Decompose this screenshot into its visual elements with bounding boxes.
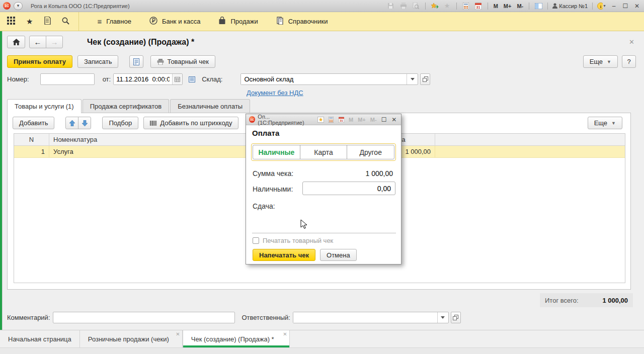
tab-close-icon[interactable]: ✕ <box>283 331 287 337</box>
wtab-check-creation[interactable]: Чек (создание) (Продажа) *✕ <box>183 330 290 347</box>
number-input[interactable] <box>40 73 95 85</box>
split-window-icon[interactable] <box>534 2 543 10</box>
comment-input[interactable] <box>53 312 235 323</box>
tab-cashless[interactable]: Безналичные оплаты <box>170 99 250 113</box>
printer-icon <box>157 59 164 65</box>
date-picker-button[interactable] <box>172 74 182 84</box>
list-icon[interactable] <box>187 73 197 85</box>
forward-button[interactable]: → <box>46 36 63 48</box>
mouse-cursor <box>300 219 307 229</box>
payment-tab-cash[interactable]: Наличные <box>253 145 300 159</box>
responsible-open-icon[interactable] <box>451 312 461 323</box>
history-icon[interactable] <box>44 17 51 26</box>
apps-grid-icon[interactable] <box>7 17 15 26</box>
payment-tab-card[interactable]: Карта <box>300 145 348 159</box>
check-sum-label: Сумма чека: <box>253 169 293 178</box>
print-preview-icon[interactable] <box>412 2 421 10</box>
dialog-maximize-button[interactable]: ☐ <box>380 116 388 124</box>
cancel-button[interactable]: Отмена <box>320 249 357 261</box>
main-menu-caret-button[interactable]: ▼ <box>14 2 23 10</box>
cell-empty <box>435 146 625 157</box>
menu-item-main[interactable]: ≡ Главное <box>97 17 131 26</box>
pick-button[interactable]: Подбор <box>102 117 138 129</box>
ruble-icon <box>149 17 157 26</box>
payment-dialog: 1С Оп... (1С:Предприятие) 31 M M+ M- ☐ ✕… <box>246 114 401 264</box>
accept-payment-button[interactable]: Принять оплату <box>7 55 72 68</box>
up-arrow-icon <box>69 120 75 126</box>
favorites-menu-icon[interactable]: ★ <box>26 17 33 26</box>
warehouse-open-icon[interactable] <box>420 73 430 85</box>
favorites-icon[interactable]: ★ <box>443 2 452 10</box>
payment-tab-other[interactable]: Другое <box>347 145 394 159</box>
vat-document-link[interactable]: Документ без НДС <box>247 89 303 97</box>
wtab-retail-sales[interactable]: Розничные продажи (чеки)✕ <box>80 330 183 347</box>
titlebar-separator <box>425 3 426 10</box>
current-user: Кассир №1 <box>552 3 588 9</box>
dialog-memory-plus-button[interactable]: M+ <box>357 117 367 123</box>
tab-goods-services[interactable]: Товары и услуги (1) <box>7 99 82 113</box>
move-up-button[interactable] <box>65 117 78 129</box>
bag-icon <box>218 17 226 26</box>
tab-close-icon[interactable]: ✕ <box>176 331 180 337</box>
col-header-empty <box>435 134 625 145</box>
cell-n[interactable]: 1 <box>14 146 49 157</box>
warehouse-label: Склад: <box>202 75 222 83</box>
col-header-n[interactable]: N <box>14 134 49 145</box>
maximize-button[interactable]: ☐ <box>621 2 629 10</box>
form-close-icon[interactable]: ✕ <box>629 38 634 46</box>
calculator-icon[interactable] <box>461 2 470 10</box>
total-box: Итог всего: 1 000,00 <box>540 293 633 307</box>
goods-receipt-button[interactable]: Товарный чек <box>150 55 215 68</box>
dialog-close-button[interactable]: ✕ <box>390 116 398 124</box>
warehouse-dropdown-button[interactable] <box>407 74 418 84</box>
dialog-favorite-icon[interactable] <box>317 116 325 123</box>
back-button[interactable]: ← <box>29 36 46 48</box>
date-input[interactable] <box>114 74 172 84</box>
dialog-memory-recall-button[interactable]: M <box>348 117 354 123</box>
responsible-input[interactable] <box>293 312 437 323</box>
calendar-icon[interactable]: 31 <box>474 2 483 10</box>
tab-certificates[interactable]: Продажа сертификатов <box>83 99 170 113</box>
table-more-button[interactable]: Еще▼ <box>588 117 622 129</box>
dialog-title: Оп... (1С:Предприятие) <box>258 114 314 126</box>
total-value: 1 000,00 <box>602 297 628 304</box>
add-by-barcode-button[interactable]: Добавить по штрихкоду <box>143 117 238 129</box>
main-menubar: ★ ≡ Главное Банк и касса Продажи Справоч… <box>0 12 644 31</box>
move-down-button[interactable] <box>78 117 91 129</box>
wtab-start-page[interactable]: Начальная страница <box>0 330 80 347</box>
dialog-titlebar: 1С Оп... (1С:Предприятие) 31 M M+ M- ☐ ✕ <box>246 114 401 125</box>
add-favorite-icon[interactable] <box>430 2 439 10</box>
memory-recall-button[interactable]: M <box>493 3 499 9</box>
save-button[interactable]: Записать <box>77 55 119 68</box>
print-icon[interactable] <box>399 2 408 10</box>
titlebar-separator <box>529 3 529 10</box>
save-icon[interactable] <box>386 2 395 10</box>
1c-logo-icon: 1С <box>3 2 11 10</box>
add-row-button[interactable]: Добавить <box>13 117 54 129</box>
menu-item-catalogs[interactable]: Справочники <box>276 17 328 26</box>
form-more-button[interactable]: Еще▼ <box>583 55 618 68</box>
info-icon[interactable]: i▼ <box>597 2 606 10</box>
dialog-calendar-icon[interactable]: 31 <box>338 116 345 123</box>
down-arrow-icon <box>82 120 88 126</box>
date-label: от: <box>103 75 111 83</box>
print-receipt-checkbox-label: Печатать товарный чек <box>263 237 333 244</box>
print-receipt-checkbox[interactable] <box>253 237 259 244</box>
responsible-dropdown-button[interactable] <box>437 312 448 323</box>
warehouse-input[interactable] <box>241 74 407 84</box>
minimize-button[interactable]: – <box>610 2 618 10</box>
home-button[interactable] <box>7 36 25 48</box>
menu-item-bank-cash[interactable]: Банк и касса <box>149 17 201 26</box>
close-button[interactable]: ✕ <box>633 2 641 10</box>
memory-minus-button[interactable]: M- <box>516 3 524 9</box>
dialog-calculator-icon[interactable] <box>328 116 335 123</box>
document-button[interactable] <box>129 55 143 68</box>
cash-input[interactable] <box>302 182 395 195</box>
menu-item-sales[interactable]: Продажи <box>218 17 258 26</box>
dialog-divider <box>252 233 396 233</box>
dialog-memory-minus-button[interactable]: M- <box>369 117 378 123</box>
help-button[interactable]: ? <box>622 55 636 68</box>
memory-plus-button[interactable]: M+ <box>503 3 513 9</box>
print-check-button[interactable]: Напечатать чек <box>253 249 315 261</box>
search-icon[interactable] <box>62 17 69 26</box>
